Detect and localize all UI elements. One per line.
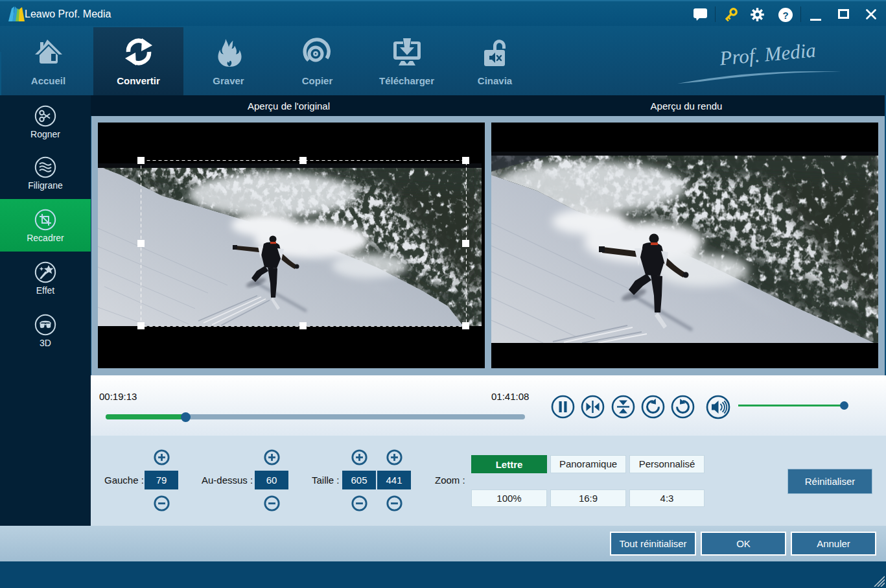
- svg-text:?: ?: [782, 10, 788, 21]
